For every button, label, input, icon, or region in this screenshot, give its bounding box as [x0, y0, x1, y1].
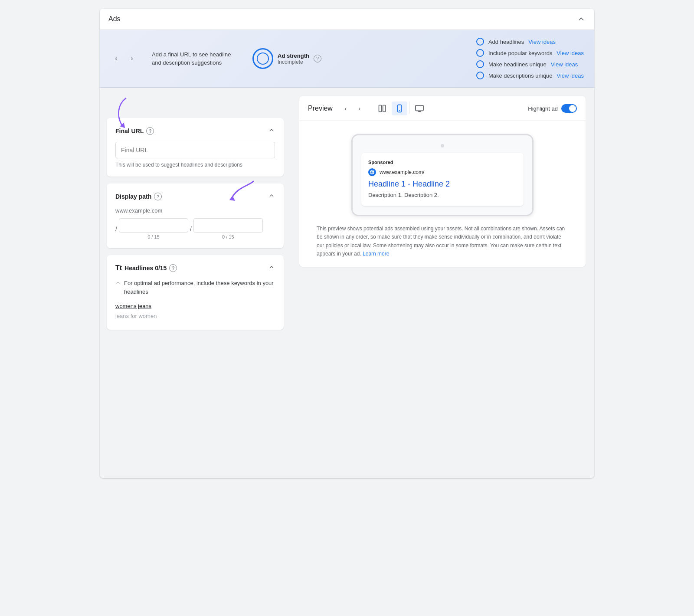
suggestion-text-0: Add headlines — [488, 39, 524, 45]
svg-point-5 — [399, 110, 400, 111]
display-path-card: Display path ? www.example.com / 0 / 15 — [107, 183, 284, 248]
ad-url-row: www.example.com/ — [368, 168, 517, 176]
highlight-label-text: Highlight ad — [528, 105, 558, 112]
svg-rect-6 — [416, 105, 423, 111]
preview-white-box: Preview ‹ › — [299, 96, 586, 267]
path1-group: 0 / 15 — [119, 218, 188, 239]
view-toggle — [374, 102, 428, 115]
headlines-card: Tt Headlines 0/15 ? — [107, 255, 284, 330]
headlines-icon: Tt — [115, 264, 122, 272]
suggestion-text-3: Make descriptions unique — [488, 72, 552, 79]
suggestion-item-1: Include popular keywords View ideas — [476, 49, 584, 57]
keywords-hint-text: For optimal ad performance, include thes… — [124, 279, 275, 296]
ad-strength-help-icon[interactable]: ? — [314, 55, 321, 62]
suggestion-radio-0[interactable] — [476, 38, 484, 46]
headlines-card-header: Tt Headlines 0/15 ? — [115, 264, 275, 272]
path2-count: 0 / 15 — [222, 234, 234, 239]
display-path-title: Display path ? — [115, 193, 162, 200]
display-url-base: www.example.com — [115, 207, 275, 214]
preview-disclaimer-text: This preview shows potential ads assembl… — [317, 226, 565, 257]
ad-description: Description 1. Description 2. — [368, 191, 517, 199]
ads-title: Ads — [108, 15, 121, 23]
display-path-help-icon[interactable]: ? — [154, 193, 162, 200]
highlight-label: Highlight ad — [528, 104, 577, 113]
ad-strength-icon — [252, 48, 273, 69]
preview-nav-next[interactable]: › — [354, 102, 366, 115]
view-ideas-link-0[interactable]: View ideas — [528, 39, 556, 45]
ad-strength-section: Ad strength Incomplete ? — [252, 48, 321, 69]
preview-header: Preview ‹ › — [299, 96, 586, 121]
ads-panel: Ads ‹ › Add a final URL to see headline … — [100, 9, 594, 478]
left-panel: Final URL ? This will be used to suggest… — [100, 88, 291, 478]
view-ideas-link-3[interactable]: View ideas — [557, 72, 584, 79]
nav-next-button[interactable]: › — [126, 52, 138, 65]
path-separator-1: / — [115, 226, 117, 233]
collapse-button[interactable] — [577, 15, 586, 23]
right-panel: Preview ‹ › — [291, 88, 594, 478]
svg-marker-1 — [229, 196, 235, 201]
path2-group: 0 / 15 — [193, 218, 263, 239]
final-url-input[interactable] — [115, 142, 275, 158]
ad-favicon — [368, 168, 376, 176]
ad-strength-title: Ad strength — [278, 52, 309, 59]
preview-nav-prev[interactable]: ‹ — [340, 102, 352, 115]
ad-strength-inner-circle — [257, 52, 269, 65]
suggestion-text-2: Make headlines unique — [488, 61, 547, 68]
highlight-toggle[interactable] — [561, 104, 577, 113]
display-path-collapse[interactable] — [268, 192, 275, 200]
suggestion-bar: ‹ › Add a final URL to see headline and … — [100, 30, 594, 88]
suggestion-item-0: Add headlines View ideas — [476, 38, 584, 46]
ads-header: Ads — [100, 9, 594, 30]
svg-rect-2 — [379, 105, 381, 112]
headlines-title-text: Headlines 0/15 — [124, 265, 167, 272]
ad-strength-label: Ad strength Incomplete — [278, 52, 309, 65]
nav-arrows: ‹ › — [110, 52, 138, 65]
path1-count: 0 / 15 — [147, 234, 160, 239]
view-ideas-link-2[interactable]: View ideas — [551, 61, 578, 68]
ad-sponsored: Sponsored — [368, 160, 517, 165]
path1-input[interactable] — [119, 218, 188, 233]
view-desktop-button[interactable] — [411, 102, 428, 115]
keywords-hint: For optimal ad performance, include thes… — [115, 279, 275, 296]
headlines-title: Tt Headlines 0/15 ? — [115, 264, 177, 272]
suggestion-radio-3[interactable] — [476, 72, 484, 79]
preview-area: Sponsored www — [299, 121, 586, 267]
ad-strength-status: Incomplete — [278, 59, 309, 65]
final-url-card-header: Final URL ? — [115, 127, 275, 135]
headlines-help-icon[interactable]: ? — [169, 264, 177, 272]
suggestion-text-1: Include popular keywords — [488, 50, 552, 56]
path2-input[interactable] — [193, 218, 263, 233]
headlines-collapse[interactable] — [268, 264, 275, 272]
path-inputs: / 0 / 15 / 0 / 15 — [115, 218, 275, 239]
purple-arrow-1 — [113, 96, 139, 133]
preview-disclaimer: This preview shows potential ads assembl… — [317, 225, 568, 258]
view-split-button[interactable] — [374, 102, 390, 115]
keyword-tag-0[interactable]: womens jeans — [115, 301, 275, 311]
suggestion-radio-2[interactable] — [476, 60, 484, 68]
suggestion-item-2: Make headlines unique View ideas — [476, 60, 584, 68]
path-separator-2: / — [190, 226, 192, 233]
tablet-mockup: Sponsored www — [351, 134, 534, 216]
final-url-help-icon[interactable]: ? — [146, 127, 154, 135]
content-area: Final URL ? This will be used to suggest… — [100, 88, 594, 478]
ad-card: Sponsored www — [361, 153, 524, 206]
tablet-camera — [441, 144, 444, 147]
keywords-hint-chevron[interactable] — [115, 280, 121, 288]
learn-more-link[interactable]: Learn more — [363, 251, 389, 257]
ad-url: www.example.com/ — [380, 169, 424, 175]
purple-arrow-2 — [223, 179, 258, 207]
final-url-collapse[interactable] — [268, 127, 275, 135]
display-path-title-text: Display path — [115, 193, 151, 200]
suggestion-item-3: Make descriptions unique View ideas — [476, 72, 584, 79]
suggestion-radio-1[interactable] — [476, 49, 484, 57]
view-mobile-button[interactable] — [392, 102, 407, 115]
view-ideas-link-1[interactable]: View ideas — [557, 50, 584, 56]
suggestions-list: Add headlines View ideas Include popular… — [476, 38, 584, 79]
preview-title: Preview — [308, 105, 333, 112]
keyword-tag-1: jeans for women — [115, 311, 275, 321]
final-url-hint: This will be used to suggest headlines a… — [115, 162, 275, 168]
ad-headline[interactable]: Headline 1 - Headline 2 — [368, 180, 517, 189]
suggestion-text: Add a final URL to see headline and desc… — [152, 50, 239, 67]
nav-prev-button[interactable]: ‹ — [110, 52, 122, 65]
preview-nav: ‹ › — [340, 102, 366, 115]
